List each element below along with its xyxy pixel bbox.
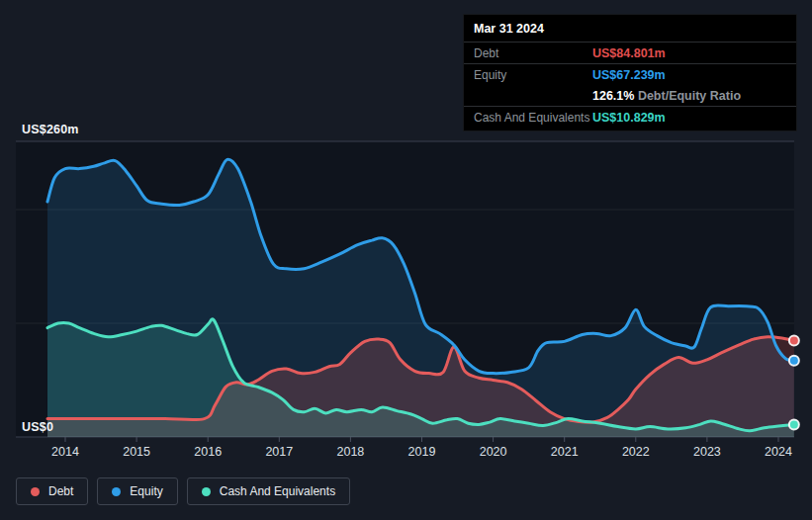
tooltip-row-ratio: 126.1% Debt/Equity Ratio xyxy=(464,85,796,106)
legend-item-equity[interactable]: Equity xyxy=(97,477,177,505)
chart-tooltip: Mar 31 2024 Debt US$84.801m Equity US$67… xyxy=(463,14,797,131)
legend-item-debt[interactable]: Debt xyxy=(16,477,88,505)
tooltip-equity-label: Equity xyxy=(474,68,592,82)
x-tick-label-2016: 2016 xyxy=(194,445,222,459)
x-tick-label-2020: 2020 xyxy=(480,445,507,459)
x-tick-label-2024: 2024 xyxy=(765,445,792,459)
cash-series-dot-icon xyxy=(202,487,211,496)
tooltip-row-equity: Equity US$67.239m xyxy=(464,64,796,85)
tooltip-equity-value: US$67.239m xyxy=(592,68,666,82)
y-axis-max-label: US$260m xyxy=(22,123,79,136)
equity-series-dot-icon xyxy=(112,487,121,496)
tooltip-cash-label: Cash And Equivalents xyxy=(474,111,592,125)
x-tick-label-2017: 2017 xyxy=(265,445,293,459)
tooltip-debt-value: US$84.801m xyxy=(592,46,666,60)
x-tick-label-2023: 2023 xyxy=(693,445,721,459)
debt-end-marker xyxy=(789,335,799,345)
legend-equity-label: Equity xyxy=(130,484,162,498)
debt-equity-history-page: 2014201520162017201820192020202120222023… xyxy=(0,0,812,520)
cash-and-equivalents-end-marker xyxy=(789,420,799,430)
tooltip-row-cash: Cash And Equivalents US$10.829m xyxy=(464,107,796,130)
x-tick-label-2018: 2018 xyxy=(336,445,364,459)
tooltip-ratio-label: Debt/Equity Ratio xyxy=(634,89,741,103)
x-tick-label-2022: 2022 xyxy=(622,445,650,459)
tooltip-date: Mar 31 2024 xyxy=(464,15,796,42)
y-axis-zero-label: US$0 xyxy=(22,420,53,434)
equity-end-marker xyxy=(789,356,799,366)
legend-cash-label: Cash And Equivalents xyxy=(220,484,335,498)
legend-item-cash[interactable]: Cash And Equivalents xyxy=(187,477,350,505)
chart-legend: Debt Equity Cash And Equivalents xyxy=(16,477,350,505)
x-tick-label-2015: 2015 xyxy=(123,445,150,459)
legend-debt-label: Debt xyxy=(48,484,73,498)
tooltip-debt-label: Debt xyxy=(474,46,592,60)
debt-series-dot-icon xyxy=(31,487,40,496)
tooltip-row-debt: Debt US$84.801m xyxy=(464,43,796,63)
x-tick-label-2021: 2021 xyxy=(551,445,579,459)
x-tick-label-2019: 2019 xyxy=(408,445,436,459)
x-tick-label-2014: 2014 xyxy=(51,445,79,459)
tooltip-cash-value: US$10.829m xyxy=(592,111,666,125)
tooltip-ratio-value: 126.1% xyxy=(592,89,634,103)
